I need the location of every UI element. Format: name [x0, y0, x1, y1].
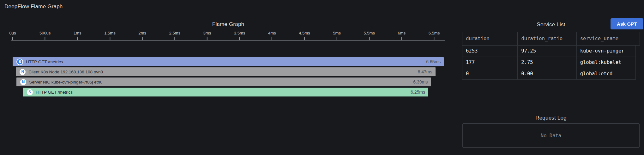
axis-tick-mark: [434, 37, 434, 40]
service-table-cell: 97.25: [518, 46, 576, 57]
axis-tick-mark: [239, 37, 240, 40]
service-table-body: 625397.25kube-ovn-pinger1772.75global:ku…: [462, 46, 636, 80]
service-column-header[interactable]: service_uname: [577, 32, 640, 45]
axis-tick-mark: [45, 37, 45, 40]
axis-tick: 6.5ms: [429, 31, 440, 40]
frame-type-badge: N: [20, 69, 26, 75]
axis-tick-label: 4.5ms: [299, 31, 310, 36]
frame-label: Server NIC kube-ovn-pinger-7f85j eth0: [29, 80, 102, 84]
service-column-header[interactable]: duration: [462, 32, 518, 45]
axis-tick: 5ms: [333, 31, 341, 40]
axis-tick-mark: [272, 37, 272, 40]
service-table-cell: 177: [462, 57, 518, 68]
ask-gpt-button[interactable]: Ask GPT: [611, 18, 643, 29]
axis-tick-mark: [142, 37, 143, 40]
frame-duration: 6.39ms: [413, 79, 428, 84]
deepflow-flame-graph-app: DeepFlow Flame Graph Flame Graph 0us500u…: [0, 0, 644, 155]
frame-label: Client K8s Node 192.168.136.108 ovn0: [28, 70, 103, 74]
service-table-header: durationduration_ratioservice_uname: [462, 32, 640, 46]
axis-tick-label: 500us: [39, 31, 51, 36]
axis-tick-mark: [77, 37, 78, 40]
flame-axis: 0us500us1ms1.5ms2ms2.5ms3ms3.5ms4ms4.5ms…: [13, 31, 448, 41]
frame-duration: 6.47ms: [418, 69, 432, 74]
axis-tick: 500us: [39, 31, 51, 40]
axis-tick-label: 3ms: [203, 31, 211, 36]
axis-tick-mark: [207, 37, 208, 40]
flame-graph-title: Flame Graph: [13, 21, 444, 28]
axis-tick: 0us: [9, 31, 16, 40]
axis-tick-label: 1ms: [74, 31, 81, 36]
axis-tick: 4ms: [268, 31, 276, 40]
frame-type-badge: S: [16, 59, 23, 65]
axis-tick-mark: [174, 37, 175, 40]
axis-tick: 1ms: [74, 31, 81, 40]
frame-label: HTTP GET /metrics: [26, 59, 63, 64]
frame-type-badge: N: [20, 79, 26, 85]
axis-tick-label: 6ms: [398, 31, 406, 36]
axis-tick-label: 5ms: [333, 31, 341, 36]
axis-tick-mark: [304, 37, 305, 40]
service-table-cell: global:etcd: [577, 68, 635, 79]
page-title: DeepFlow Flame Graph: [4, 3, 63, 10]
axis-tick-label: 4ms: [268, 31, 276, 36]
axis-tick-mark: [401, 37, 402, 40]
axis-tick-label: 6.5ms: [429, 31, 440, 36]
service-table-cell: 0.00: [518, 68, 576, 79]
axis-tick: 3.5ms: [234, 31, 245, 40]
axis-tick-mark: [337, 37, 337, 40]
axis-tick-mark: [12, 37, 13, 40]
axis-tick: 5.5ms: [364, 31, 375, 40]
axis-tick: 6ms: [398, 31, 406, 40]
axis-tick: 2ms: [138, 31, 146, 40]
axis-tick: 2.5ms: [169, 31, 180, 40]
frame-label: HTTP GET /metrics: [36, 90, 73, 95]
service-table-cell: global:kubelet: [577, 57, 635, 68]
axis-tick-label: 0us: [9, 31, 16, 36]
service-table-cell: 6253: [462, 46, 518, 57]
axis-tick-label: 2ms: [138, 31, 146, 36]
axis-tick-label: 1.5ms: [104, 31, 115, 36]
flame-frame[interactable]: SHTTP GET /metrics6.25ms: [23, 88, 428, 96]
axis-tick-label: 3.5ms: [234, 31, 245, 36]
request-log-empty-box: No Data: [462, 123, 640, 148]
flame-frame[interactable]: NServer NIC kube-ovn-pinger-7f85j eth06.…: [16, 78, 431, 86]
axis-tick-mark: [369, 37, 370, 40]
service-table-cell: 0: [462, 68, 518, 79]
axis-tick: 1.5ms: [104, 31, 115, 40]
flame-frame[interactable]: SHTTP GET /metrics6.65ms: [13, 57, 444, 66]
service-column-header[interactable]: duration_ratio: [518, 32, 576, 45]
flame-frame[interactable]: NClient K8s Node 192.168.136.108 ovn06.4…: [16, 67, 435, 76]
axis-tick-label: 2.5ms: [169, 31, 180, 36]
service-table-row: 625397.25kube-ovn-pinger: [462, 46, 636, 57]
service-table-row: 1772.75global:kubelet: [462, 57, 636, 68]
request-log-title: Request Log: [462, 115, 640, 121]
frame-duration: 6.25ms: [411, 90, 425, 95]
axis-tick: 3ms: [203, 31, 211, 40]
axis-tick: 4.5ms: [299, 31, 310, 40]
frame-type-badge: S: [27, 89, 33, 95]
no-data-text: No Data: [541, 133, 561, 139]
service-table-cell: kube-ovn-pinger: [577, 46, 635, 57]
frame-duration: 6.65ms: [426, 59, 441, 64]
service-table-cell: 2.75: [518, 57, 576, 68]
service-table-row: 00.00global:etcd: [462, 68, 636, 80]
axis-tick-mark: [110, 37, 110, 40]
axis-tick-label: 5.5ms: [364, 31, 375, 36]
